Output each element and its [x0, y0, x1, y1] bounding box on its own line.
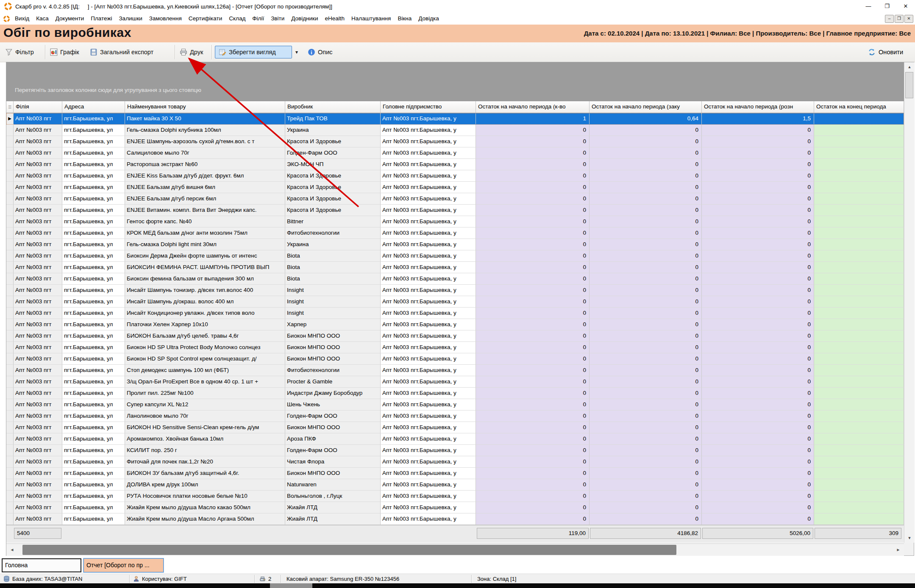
- table-row[interactable]: Апт №003 пгтпгт.Барышевка, улГель-смазка…: [6, 125, 904, 136]
- vertical-scrollbar[interactable]: ▲ ▼: [904, 62, 915, 543]
- print-button[interactable]: Друк: [180, 46, 203, 58]
- menu-item[interactable]: Сертифікати: [185, 13, 225, 25]
- menu-item[interactable]: Налаштування: [348, 13, 394, 25]
- refresh-button[interactable]: Оновити: [868, 46, 903, 58]
- table-row[interactable]: Апт №003 пгтпгт.Барышевка, улРУТА Носови…: [6, 491, 904, 502]
- menu-item[interactable]: Звіти: [267, 13, 288, 25]
- column-header[interactable]: Найменування товару: [125, 101, 285, 113]
- close-icon[interactable]: ✕: [896, 0, 915, 13]
- filter-button-label: Фільтр: [15, 49, 34, 55]
- table-row[interactable]: Апт №003 пгтпгт.Барышевка, улФиточай для…: [6, 456, 904, 468]
- tab-report-window[interactable]: Отчет [Оборот по пр ...: [83, 558, 164, 572]
- menu-item[interactable]: Замовлення: [146, 13, 185, 25]
- mdi-restore-icon[interactable]: ❐: [895, 15, 904, 23]
- table-row[interactable]: Апт №003 пгтпгт.Барышевка, улБИОКОН HD S…: [6, 422, 904, 433]
- menu-item[interactable]: eHealth: [322, 13, 348, 25]
- menu-item[interactable]: Вихід: [11, 13, 33, 25]
- table-row[interactable]: Апт №003 пгтпгт.Барышевка, улENJEE Kiss …: [6, 170, 904, 182]
- cell-manufacturer: Красота И Здоровье: [285, 170, 381, 182]
- cell-begin-retail: 0: [702, 159, 814, 170]
- menu-item[interactable]: Каса: [33, 13, 52, 25]
- table-row[interactable]: Апт №003 пгтпгт.Барышевка, улИнсайт Конд…: [6, 308, 904, 319]
- restore-icon[interactable]: ❐: [878, 0, 896, 13]
- table-row[interactable]: Апт №003 пгтпгт.Барышевка, улENJEE Бальз…: [6, 193, 904, 205]
- table-row[interactable]: Апт №003 пгтпгт.Барышевка, улЖиайя Крем …: [6, 513, 904, 525]
- column-header[interactable]: Адреса: [62, 101, 125, 113]
- table-row[interactable]: Апт №003 пгтпгт.Барышевка, улРасторопша …: [6, 159, 904, 170]
- horizontal-scroll-thumb[interactable]: [22, 545, 676, 555]
- table-row[interactable]: Апт №003 пгтпгт.Барышевка, улСалициловое…: [6, 147, 904, 159]
- menu-item[interactable]: Довідники: [288, 13, 321, 25]
- table-row[interactable]: Апт №003 пгтпгт.Барышевка, улЖиайя Крем …: [6, 502, 904, 513]
- horizontal-scrollbar[interactable]: ◄ ►: [6, 544, 904, 556]
- column-header[interactable]: Головне підприємство: [381, 101, 476, 113]
- table-row[interactable]: Апт №003 пгтпгт.Барышевка, улENJEE Витам…: [6, 205, 904, 216]
- table-row[interactable]: Апт №003 пгтпгт.Барышевка, улГель-смазка…: [6, 239, 904, 250]
- column-chooser-icon[interactable]: ☰: [6, 101, 14, 113]
- table-row[interactable]: Апт №003 пгтпгт.Барышевка, улБиокон HD S…: [6, 342, 904, 353]
- table-row[interactable]: Апт №003 пгтпгт.Барышевка, улПлаточки Хе…: [6, 319, 904, 330]
- table-row[interactable]: Апт №003 пгтпгт.Барышевка, улПролит пил.…: [6, 388, 904, 399]
- save-view-dropdown-icon[interactable]: ▾: [295, 46, 298, 58]
- column-header[interactable]: Виробник: [285, 101, 381, 113]
- menu-item[interactable]: Залишки: [115, 13, 145, 25]
- table-row[interactable]: Апт №003 пгтпгт.Барышевка, улКРОК МЕД ба…: [6, 227, 904, 239]
- table-row[interactable]: Апт №003 пгтпгт.Барышевка, улЛанолиновое…: [6, 410, 904, 422]
- cell-head-enterprise: Апт №003 пгт.Барышевка, у: [381, 113, 476, 125]
- cell-product: Жиайя Крем мыло д/душа Масло какао 500мл: [125, 502, 285, 513]
- minimize-icon[interactable]: —: [859, 0, 878, 13]
- scroll-down-icon[interactable]: ▼: [904, 533, 915, 543]
- column-header[interactable]: Остаток на начало периода (розн: [702, 101, 814, 113]
- table-row[interactable]: Апт №003 пгтпгт.Барышевка, улДОЛИВА крем…: [6, 479, 904, 491]
- cell-begin-purchase: 0: [590, 216, 702, 227]
- cell-begin-purchase: 0: [590, 468, 702, 479]
- table-row[interactable]: Апт №003 пгтпгт.Барышевка, улENJEE Шампу…: [6, 136, 904, 147]
- cell-end-period: [814, 502, 904, 513]
- filter-button[interactable]: Фільтр: [5, 46, 34, 58]
- mdi-close-icon[interactable]: ✕: [904, 15, 913, 23]
- table-row[interactable]: Апт №003 пгтпгт.Барышевка, улБиокон HD S…: [6, 353, 904, 365]
- table-row[interactable]: Апт №003 пгтпгт.Барышевка, улИнсайт Шамп…: [6, 296, 904, 308]
- table-row[interactable]: Апт №003 пгтпгт.Барышевка, улБИОКОН ЗУ б…: [6, 468, 904, 479]
- menu-item[interactable]: Склад: [225, 13, 249, 25]
- menu-bar: ВихідКасаДокументиПлатежіЗалишкиЗамовлен…: [0, 13, 915, 25]
- table-row[interactable]: Апт №003 пгтпгт.Барышевка, улСупер капсу…: [6, 399, 904, 410]
- table-row[interactable]: Апт №003 пгтпгт.Барышевка, улБИОКСИН ФЕМ…: [6, 262, 904, 273]
- mdi-system-menu-icon[interactable]: [3, 16, 10, 22]
- menu-item[interactable]: Довідка: [415, 13, 442, 25]
- scroll-right-icon[interactable]: ►: [893, 544, 904, 556]
- table-row[interactable]: Апт №003 пгтпгт.Барышевка, улСтоп демоде…: [6, 365, 904, 376]
- column-header[interactable]: Остаток на начало периода (к-во: [476, 101, 590, 113]
- scroll-left-icon[interactable]: ◄: [6, 544, 18, 556]
- table-row[interactable]: Апт №003 пгтпгт.Барышевка, улENJEE Бальз…: [6, 182, 904, 193]
- menu-item[interactable]: Документи: [52, 13, 87, 25]
- menu-item[interactable]: Вікна: [394, 13, 415, 25]
- cell-end-period: [814, 193, 904, 205]
- menu-item[interactable]: Платежі: [87, 13, 115, 25]
- table-row[interactable]: ▶Апт №003 пгтпгт.Барышевка, улПакет майк…: [6, 113, 904, 125]
- table-row[interactable]: Апт №003 пгтпгт.Барышевка, улИнсайт Шамп…: [6, 285, 904, 296]
- table-row[interactable]: Апт №003 пгтпгт.Барышевка, улГентос форт…: [6, 216, 904, 227]
- table-row[interactable]: Апт №003 пгтпгт.Барышевка, улБИОКОН Баль…: [6, 330, 904, 342]
- chart-button[interactable]: Графік: [50, 46, 79, 58]
- column-header[interactable]: Остаток на начало периода (заку: [590, 101, 702, 113]
- save-view-button[interactable]: Зберегти вигляд: [215, 46, 292, 58]
- cell-begin-qty: 0: [476, 365, 590, 376]
- table-row[interactable]: Апт №003 пгтпгт.Барышевка, улБиоксин фем…: [6, 273, 904, 285]
- mdi-minimize-icon[interactable]: –: [885, 15, 894, 23]
- table-row[interactable]: Апт №003 пгтпгт.Барышевка, улЗ/щ Орал-Би…: [6, 376, 904, 388]
- vertical-scroll-thumb[interactable]: [905, 72, 913, 98]
- table-row[interactable]: Апт №003 пгтпгт.Барышевка, улАромакомпоз…: [6, 433, 904, 445]
- table-row[interactable]: Апт №003 пгтпгт.Барышевка, улБиоксин Дер…: [6, 250, 904, 262]
- table-row[interactable]: Апт №003 пгтпгт.Барышевка, улКСИЛИТ пор.…: [6, 445, 904, 456]
- cell-head-enterprise: Апт №003 пгт.Барышевка, у: [381, 365, 476, 376]
- scroll-up-icon[interactable]: ▲: [904, 62, 915, 72]
- cell-end-period: [814, 456, 904, 468]
- group-by-panel[interactable]: Перетягніть заголовок колонки сюди для у…: [6, 62, 904, 101]
- menu-item[interactable]: Філії: [249, 13, 267, 25]
- description-button[interactable]: i Опис: [308, 46, 332, 58]
- export-button[interactable]: Загальний експорт: [90, 46, 153, 58]
- column-header[interactable]: Філія: [14, 101, 62, 113]
- column-header[interactable]: Остаток на конец периода: [814, 101, 904, 113]
- tab-main-window[interactable]: Головна: [2, 558, 81, 572]
